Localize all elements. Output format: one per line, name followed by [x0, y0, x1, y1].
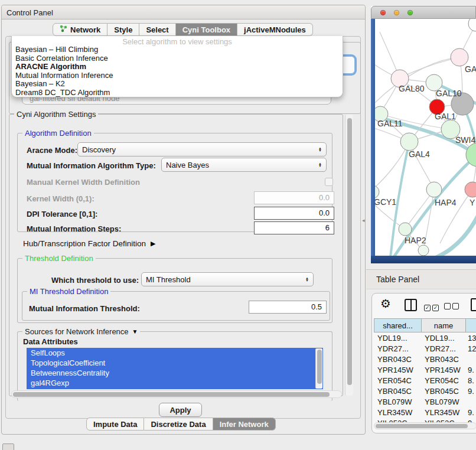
table-cell: YPR145W: [374, 366, 421, 374]
table-cell: YPR145W: [421, 366, 465, 374]
tab-network[interactable]: Network: [53, 23, 107, 36]
tab-select[interactable]: Select: [139, 23, 175, 36]
dropdown-item[interactable]: Bayesian – K2: [12, 80, 343, 89]
list-item[interactable]: TopologicalCoefficient: [27, 358, 323, 368]
dropdown-item[interactable]: ARACNE Algorithm: [12, 63, 343, 71]
aracne-mode-select[interactable]: Discovery ▲▼: [77, 142, 327, 156]
table-row[interactable]: YBR043CYBR043C: [374, 354, 476, 364]
hub-definition-label: Hub/Transcription Factor Definition: [23, 239, 146, 248]
table-cell: 8.: [465, 376, 476, 385]
dropdown-item[interactable]: Dream8 DC_TDC Algorithm: [12, 89, 343, 97]
tab-impute-data[interactable]: Impute Data: [86, 418, 144, 431]
tab-style[interactable]: Style: [107, 23, 139, 36]
list-item[interactable]: BetweennessCentrality: [27, 368, 323, 378]
which-threshold-value: MI Threshold: [146, 275, 191, 284]
dpi-tolerance-label: DPI Tolerance [0,1]:: [27, 210, 97, 219]
settings-vscrollbar[interactable]: [345, 115, 353, 396]
table-cell: YBR045C: [421, 387, 465, 396]
deselect-all-columns-icon[interactable]: [444, 301, 461, 312]
mi-steps-field[interactable]: 6: [254, 221, 334, 234]
network-node[interactable]: [400, 133, 418, 151]
control-panel-title: Control Panel: [6, 8, 53, 17]
close-traffic-light[interactable]: [380, 10, 386, 15]
hub-definition-expander[interactable]: Hub/Transcription Factor Definition ▶: [23, 239, 156, 248]
tab-infer-network[interactable]: Infer Network: [213, 418, 276, 431]
algorithm-dropdown-popup: Select algorithm to view settings Bayesi…: [11, 36, 343, 97]
list-item[interactable]: gal4RGexp: [27, 378, 323, 388]
tab-label: Network: [70, 25, 100, 34]
table-rows: YDL19...YDL19...13YDR27...YDR27...12YBR0…: [374, 332, 476, 422]
dropdown-item[interactable]: Basic Correlation Inference: [12, 54, 343, 63]
table-row[interactable]: YDL19...YDL19...13: [374, 332, 476, 343]
kernel-width-field[interactable]: 0.0: [254, 191, 334, 204]
network-node[interactable]: [465, 182, 476, 197]
control-panel-window: Control Panel ✕ Network Style Select Cyn…: [1, 5, 366, 435]
table-cell: YBL079W: [421, 397, 465, 406]
network-canvas[interactable]: GALGAL80GAL10GAL1SWI4GAL11GAL4GCY1HAP4YH…: [375, 19, 476, 256]
expand-down-icon[interactable]: ▼: [132, 328, 138, 335]
zoom-traffic-light[interactable]: [407, 10, 413, 15]
threshold-definition-legend: Threshold Definition: [22, 254, 96, 263]
table-cell: 12: [465, 344, 476, 353]
column-header-partial[interactable]: [465, 318, 476, 332]
tab-discretize-data[interactable]: Discretize Data: [144, 418, 213, 431]
tab-label: Impute Data: [93, 420, 137, 429]
table-row[interactable]: YLR345WYLR345W9.: [374, 407, 476, 418]
network-node[interactable]: [426, 182, 442, 197]
select-all-columns-icon[interactable]: ✓✓: [424, 301, 441, 312]
node-label: HAP4: [435, 198, 457, 207]
node-label: HAP2: [405, 236, 426, 245]
tab-label: Select: [146, 25, 168, 34]
tab-jactivemnodules[interactable]: jActiveMNodules: [237, 23, 313, 36]
dropdown-item[interactable]: Bayesian – Hill Climbing: [12, 45, 343, 54]
dpi-tolerance-field[interactable]: 0.0: [254, 207, 334, 220]
network-edge: [375, 57, 459, 106]
table-row[interactable]: YBL079WYBL079W: [374, 396, 476, 407]
document-icon[interactable]: [471, 298, 476, 311]
table-row[interactable]: YPR145WYPR145W9.: [374, 364, 476, 375]
table-row[interactable]: YBR045CYBR045C9.: [374, 386, 476, 396]
attribute-list-scrollbar[interactable]: [315, 348, 322, 389]
tab-cyni-toolbox[interactable]: Cyni Toolbox: [176, 23, 237, 36]
node-label: GAL10: [436, 89, 462, 98]
collapse-right-icon: ▶: [151, 240, 155, 247]
mi-threshold-field[interactable]: 0.5: [249, 301, 327, 314]
aracne-mode-label: Aracne Mode:: [27, 146, 77, 155]
mi-type-label: Mutual Information Algorithm Type:: [27, 161, 156, 170]
network-node[interactable]: [399, 223, 412, 236]
table-hscrollbar[interactable]: [374, 422, 476, 429]
table-row[interactable]: YER054CYER054C8.: [374, 375, 476, 386]
table-row[interactable]: YIL052CYIL052C9.: [374, 418, 476, 422]
apply-button[interactable]: Apply: [159, 403, 202, 417]
minimize-traffic-light[interactable]: [394, 10, 399, 15]
node-label: GAL4: [409, 149, 430, 159]
network-node[interactable]: [418, 245, 429, 256]
network-window-titlebar: [371, 6, 476, 19]
mi-steps-label: Mutual Information Steps:: [27, 224, 121, 233]
node-label: Y: [470, 198, 475, 207]
combo-arrows-icon: ▲▼: [318, 162, 322, 168]
algorithm-definition-legend: Algorithm Definition: [22, 129, 94, 138]
panel-resize-handle[interactable]: ◂: [362, 217, 365, 223]
column-header-shared[interactable]: shared...: [374, 318, 421, 332]
screen: Control Panel ✕ Network Style Select Cyn…: [0, 0, 476, 450]
mi-type-select[interactable]: Naive Bayes ▲▼: [161, 158, 327, 172]
network-node[interactable]: [468, 19, 476, 31]
dropdown-item[interactable]: Mutual Information Inference: [12, 71, 343, 80]
settings-hscrollbar[interactable]: [11, 390, 342, 398]
table-cell: YDR27...: [421, 344, 465, 353]
list-item[interactable]: SelfLoops: [27, 348, 323, 358]
node-label: GCY1: [375, 197, 396, 207]
table-row[interactable]: YDR27...YDR27...12: [374, 343, 476, 354]
split-columns-icon[interactable]: [405, 299, 417, 311]
column-header-name[interactable]: name: [421, 318, 465, 332]
gear-icon[interactable]: ⚙: [380, 296, 391, 311]
network-node[interactable]: [451, 48, 468, 66]
manual-kernel-checkbox[interactable]: [325, 178, 333, 186]
node-label: GAL80: [399, 84, 425, 93]
cyni-settings-legend: Cyni Algorithm Settings: [14, 110, 98, 119]
minimized-window-icon[interactable]: [2, 444, 14, 450]
which-threshold-select[interactable]: MI Threshold ▲▼: [141, 272, 314, 286]
network-node[interactable]: [375, 185, 379, 198]
table-cell: 9.: [465, 387, 476, 396]
